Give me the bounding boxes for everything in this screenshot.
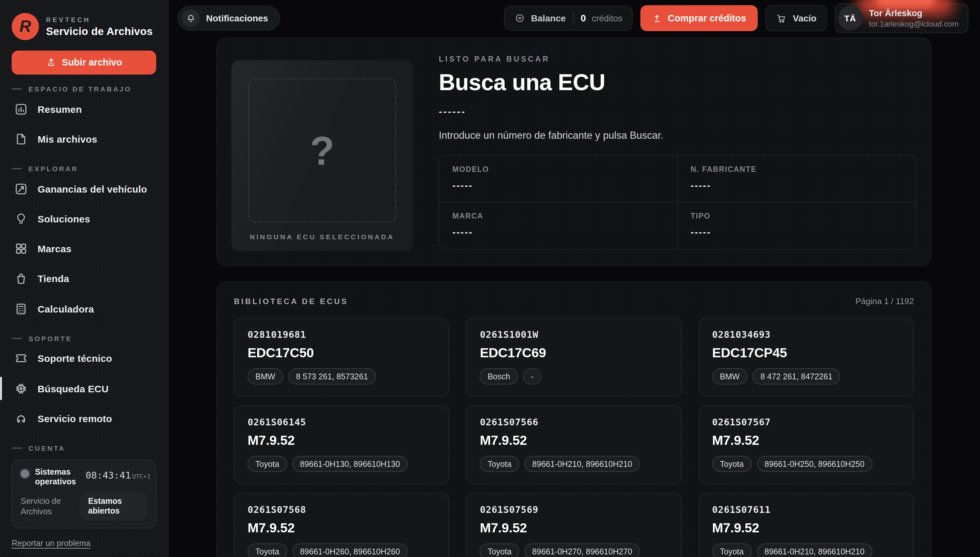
bell-icon xyxy=(182,9,200,27)
section-dash xyxy=(12,88,22,90)
balance-pill[interactable]: Balance 0 créditos xyxy=(504,6,632,31)
section-header-workspace: ESPACIO DE TRABAJO xyxy=(12,84,156,94)
red-glow-decoration xyxy=(876,0,935,8)
status-clock: 08:43:41UTC+1 xyxy=(86,470,151,480)
open-status-badge: Estamos abiertos xyxy=(80,492,147,521)
content: ? NINGUNA ECU SELECCIONADA LISTO PARA BU… xyxy=(169,36,980,557)
cpu-icon xyxy=(14,382,28,395)
upload-file-button[interactable]: Subir archivo xyxy=(12,50,156,74)
bar-chart-icon xyxy=(14,102,28,116)
grid-icon xyxy=(14,242,28,256)
brand-pill: Toyota xyxy=(712,543,751,557)
upload-icon xyxy=(652,13,662,23)
sidebar-item-mis-archivos[interactable]: Mis archivos xyxy=(12,125,156,154)
app-window: R REVTECH Servicio de Archivos Subir arc… xyxy=(0,0,980,557)
balance-value: 0 xyxy=(581,13,586,23)
file-icon xyxy=(14,132,28,146)
spec-cell-tipo: TIPO ----- xyxy=(678,202,916,249)
user-name: Tor Ärleskog xyxy=(869,8,959,18)
numbers-pill: 8 573 261, 8573261 xyxy=(288,368,375,384)
ecu-card[interactable]: 0261S06145 M7.9.52 Toyota89661-0H130, 89… xyxy=(234,405,450,484)
ecu-card[interactable]: 0261S07567 M7.9.52 Toyota89661-0H250, 89… xyxy=(698,405,914,484)
ecu-card[interactable]: 0261S07569 M7.9.52 Toyota89661-0H270, 89… xyxy=(466,493,682,557)
ecu-placeholder-card: ? NINGUNA ECU SELECCIONADA xyxy=(231,60,413,251)
sidebar-item-ganancias[interactable]: Ganancias del vehículo xyxy=(12,174,156,203)
ecu-spec-table: MODELO ----- N. FABRICANTE ----- MARCA -… xyxy=(439,155,917,250)
brand-subtitle: Servicio de Archivos xyxy=(46,25,153,37)
brand-pill: Bosch xyxy=(480,368,518,384)
sidebar-item-marcas[interactable]: Marcas xyxy=(12,235,156,263)
upload-icon xyxy=(46,57,56,68)
ecu-card[interactable]: 0261S07611 M7.9.52 Toyota89661-0H210, 89… xyxy=(698,493,914,557)
section-dash xyxy=(12,168,22,169)
spec-cell-modelo: MODELO ----- xyxy=(439,156,678,202)
numbers-pill: - xyxy=(523,368,541,384)
status-service-name: Servicio de Archivos xyxy=(21,496,76,517)
balance-label: Balance xyxy=(531,13,566,23)
brand-pill: Toyota xyxy=(480,456,520,472)
notifications-button[interactable]: Notificaciones xyxy=(177,6,280,31)
numbers-pill: 89661-0H210, 896610H210 xyxy=(757,543,873,557)
brand-pill: BMW xyxy=(248,368,283,384)
svg-text:R: R xyxy=(20,17,31,35)
brand-pill: Toyota xyxy=(248,456,287,472)
cart-button[interactable]: Vacío xyxy=(765,5,827,31)
buy-credits-button[interactable]: Comprar créditos xyxy=(641,5,758,31)
sidebar-item-calculadora[interactable]: Calculadora xyxy=(12,295,156,323)
lightbulb-icon xyxy=(14,212,28,226)
placeholder-caption: NINGUNA ECU SELECCIONADA xyxy=(248,233,396,241)
page-title: Busca una ECU xyxy=(439,69,917,95)
buy-credits-label: Comprar créditos xyxy=(668,13,746,23)
sidebar-item-tienda[interactable]: Tienda xyxy=(12,265,156,293)
user-menu[interactable]: TÄ Tor Ärleskog tor.1arleskog@icloud.com xyxy=(835,3,969,33)
brand-pill: BMW xyxy=(712,368,747,384)
search-ecu-panel: ? NINGUNA ECU SELECCIONADA LISTO PARA BU… xyxy=(216,37,931,266)
shopping-bag-icon xyxy=(14,272,28,286)
ecu-card[interactable]: 0261S07568 M7.9.52 Toyota89661-0H260, 89… xyxy=(234,493,450,557)
cart-label: Vacío xyxy=(793,13,816,23)
main-area: Notificaciones Balance 0 créditos Compra… xyxy=(169,0,980,557)
revtech-logo-icon: R xyxy=(12,13,39,40)
sidebar-item-soluciones[interactable]: Soluciones xyxy=(12,204,156,233)
sidebar-item-resumen[interactable]: Resumen xyxy=(12,94,156,124)
trend-chart-icon xyxy=(14,182,28,195)
balance-unit: créditos xyxy=(592,13,622,23)
sidebar-item-busqueda-ecu[interactable]: Búsqueda ECU xyxy=(12,374,156,403)
brand-pill: Toyota xyxy=(480,543,520,557)
ecu-library-panel: BIBLIOTECA DE ECUS Página 1 / 1192 02810… xyxy=(216,282,931,557)
hero-subtitle: Introduce un número de fabricante y puls… xyxy=(439,130,917,142)
sidebar: R REVTECH Servicio de Archivos Subir arc… xyxy=(0,0,169,557)
numbers-pill: 89661-0H270, 896610H270 xyxy=(524,543,640,557)
status-dot xyxy=(21,469,29,478)
numbers-pill: 89661-0H130, 896610H130 xyxy=(292,456,408,472)
sidebar-item-soporte-tecnico[interactable]: Soporte técnico xyxy=(12,344,156,373)
calculator-icon xyxy=(14,302,28,316)
ticket-icon xyxy=(14,352,28,365)
numbers-pill: 89661-0H250, 896610H250 xyxy=(757,456,873,472)
ecu-card[interactable]: 0281034693 EDC17CP45 BMW8 472 261, 84722… xyxy=(698,318,914,397)
brand-name: REVTECH xyxy=(46,16,153,23)
section-header-explore: EXPLORAR xyxy=(12,164,156,174)
question-mark: ? xyxy=(310,127,335,173)
sidebar-item-servicio-remoto[interactable]: Servicio remoto xyxy=(12,404,156,433)
spec-cell-marca: MARCA ----- xyxy=(439,202,678,249)
system-status-card: Sistemas operativos 08:43:41UTC+1 Servic… xyxy=(12,460,156,528)
hero-dashes: ------ xyxy=(439,106,917,117)
pagination-label: Página 1 / 1192 xyxy=(856,296,914,306)
ecu-card[interactable]: 0261S07566 M7.9.52 Toyota89661-0H210, 89… xyxy=(466,405,682,484)
dashed-placeholder-box: ? xyxy=(248,78,396,222)
topbar: Notificaciones Balance 0 créditos Compra… xyxy=(169,0,980,36)
cart-icon xyxy=(776,13,787,24)
avatar: TÄ xyxy=(838,6,863,31)
ecu-card[interactable]: 0281019681 EDC17C50 BMW8 573 261, 857326… xyxy=(234,318,450,397)
spec-cell-fabricante: N. FABRICANTE ----- xyxy=(678,156,916,202)
section-header-account: CUENTA xyxy=(12,443,156,453)
status-title: Sistemas operativos xyxy=(35,467,86,487)
ecu-card-grid: 0281019681 EDC17C50 BMW8 573 261, 857326… xyxy=(234,318,914,557)
ecu-card[interactable]: 0261S1001W EDC17C69 Bosch- xyxy=(466,318,682,397)
notifications-label: Notificaciones xyxy=(206,13,268,23)
divider xyxy=(573,12,574,24)
library-title: BIBLIOTECA DE ECUS xyxy=(234,296,348,306)
coin-icon xyxy=(515,13,525,23)
report-problem-link[interactable]: Reportar un problema xyxy=(12,539,156,548)
